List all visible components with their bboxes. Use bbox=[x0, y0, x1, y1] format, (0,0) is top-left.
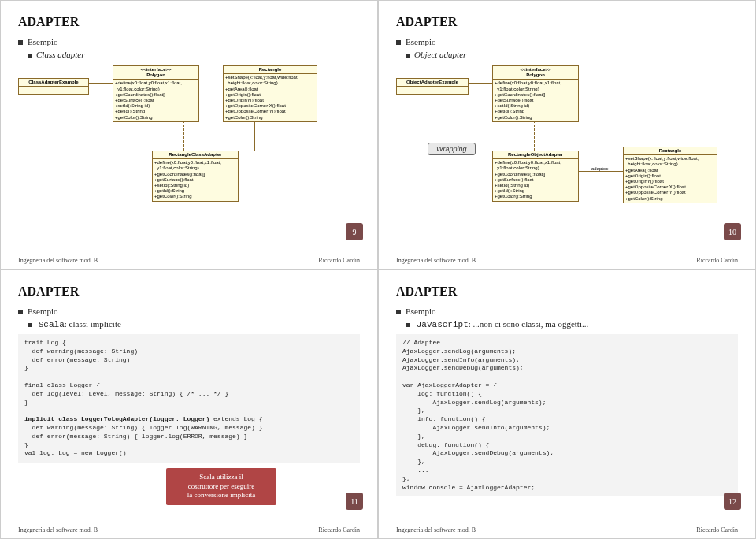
footer-right: Riccardo Cardin bbox=[318, 257, 360, 264]
uml-class: Rectangle bbox=[224, 66, 317, 74]
uml-ops: +define(x0:float,y0:float,x1:float, y1:f… bbox=[493, 80, 578, 121]
footer-left: Ingegneria del software mod. B bbox=[18, 526, 98, 533]
uml-ops: +define(x0:float,y0:float,x1:float, y1:f… bbox=[493, 159, 578, 200]
uml-interface: <<interface>> Polygon bbox=[493, 66, 578, 80]
sub-heading: Esempio bbox=[18, 37, 360, 46]
uml-interface: <<interface>> Polygon bbox=[113, 66, 198, 80]
slide-footer: Ingegneria del software mod. B Riccardo … bbox=[396, 257, 738, 264]
footer-left: Ingegneria del software mod. B bbox=[18, 257, 98, 264]
sub-sub: Javascript: ...non ci sono classi, ma og… bbox=[406, 319, 738, 329]
page-number: 9 bbox=[346, 223, 363, 240]
slide-3: ADAPTER Esempio Scala: classi implicite … bbox=[0, 270, 378, 539]
sub-heading: Esempio bbox=[396, 307, 738, 316]
uml-ops: +define(x0:float,y0:float,x1:float, y1:f… bbox=[153, 159, 238, 200]
code-block-scala: trait Log { def warning(message: String)… bbox=[18, 334, 360, 463]
callout-wrapping: Wrapping bbox=[428, 143, 476, 155]
footer-right: Riccardo Cardin bbox=[696, 257, 738, 264]
slide-footer: Ingegneria del software mod. B Riccardo … bbox=[18, 526, 360, 533]
slide-4: ADAPTER Esempio Javascript: ...non ci so… bbox=[378, 270, 756, 539]
uml-diagram-class-adapter: ClassAdapterExample <<interface>> Polygo… bbox=[18, 64, 360, 221]
slide-title: ADAPTER bbox=[396, 15, 738, 29]
page-number: 12 bbox=[724, 493, 741, 510]
slide-footer: Ingegneria del software mod. B Riccardo … bbox=[18, 257, 360, 264]
uml-ops: +define(x0:float,y0:float,x1:float, y1:f… bbox=[113, 80, 198, 121]
slide-2: ADAPTER Esempio Object adapter ObjectAda… bbox=[378, 0, 756, 270]
uml-ops: +setShape(x:float,y:float,wide:float, he… bbox=[224, 74, 317, 121]
uml-class: RectangleObjectAdapter bbox=[493, 151, 578, 159]
page-number: 11 bbox=[346, 493, 363, 510]
uml-class: ObjectAdapterExample bbox=[397, 79, 468, 87]
uml-class: ClassAdapterExample bbox=[19, 79, 88, 87]
sub-heading: Esempio bbox=[18, 307, 360, 316]
uml-class: RectangleClassAdapter bbox=[153, 151, 238, 159]
slide-grid: ADAPTER Esempio Class adapter ClassAdapt… bbox=[0, 0, 756, 539]
uml-diagram-object-adapter: ObjectAdapterExample <<interface>> Polyg… bbox=[396, 64, 738, 221]
code-block-js: // Adaptee AjaxLogger.sendLog(arguments)… bbox=[396, 334, 738, 496]
footer-left: Ingegneria del software mod. B bbox=[396, 257, 476, 264]
sub-heading: Esempio bbox=[396, 37, 738, 46]
sub-sub: Class adapter bbox=[36, 50, 84, 59]
sub-sub: Scala: classi implicite bbox=[28, 319, 360, 329]
footer-left: Ingegneria del software mod. B bbox=[396, 526, 476, 533]
page-number: 10 bbox=[724, 223, 741, 240]
footer-right: Riccardo Cardin bbox=[318, 526, 360, 533]
uml-ops: +setShape(x:float,y:float,wide:float, he… bbox=[624, 155, 717, 203]
uml-class: Rectangle bbox=[624, 147, 717, 155]
slide-title: ADAPTER bbox=[18, 284, 360, 299]
slide-title: ADAPTER bbox=[396, 284, 738, 299]
footer-right: Riccardo Cardin bbox=[696, 526, 738, 533]
slide-1: ADAPTER Esempio Class adapter ClassAdapt… bbox=[0, 0, 378, 270]
slide-footer: Ingegneria del software mod. B Riccardo … bbox=[396, 526, 738, 533]
slide-title: ADAPTER bbox=[18, 15, 360, 29]
note-callout: Scala utilizza il costruttore per esegui… bbox=[166, 468, 276, 505]
sub-sub: Object adapter bbox=[414, 50, 466, 59]
